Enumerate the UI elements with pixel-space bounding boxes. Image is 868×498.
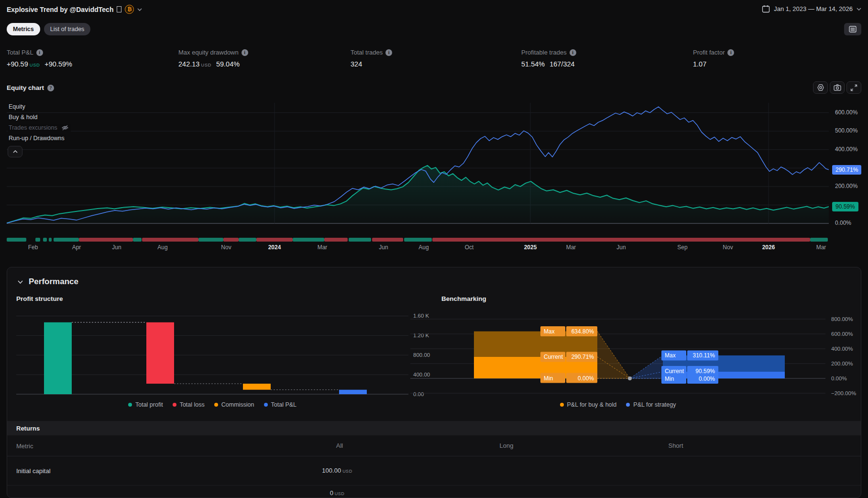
metric-value: 1.07 <box>693 60 706 68</box>
month-label: Sep <box>677 244 687 251</box>
table-row-open-pnl[interactable]: Open P&L 0USD <box>7 486 861 498</box>
trade-timeline[interactable] <box>7 238 829 242</box>
legend-trades-excursions[interactable]: Trades excursions <box>8 124 71 132</box>
strategy-title[interactable]: Explosive Trend by @DaviddTech ₿ <box>7 5 142 14</box>
chart-toolbar <box>813 81 861 94</box>
row-label: Initial capital <box>16 467 51 475</box>
equity-legend: Equity Buy & hold Trades excursions Run-… <box>8 103 71 157</box>
y-axis-tick: 800.00% <box>831 316 853 322</box>
currency-unit: USD <box>201 62 211 67</box>
legend-buy-and-hold[interactable]: Buy & hold <box>8 113 39 121</box>
metric-extra: 167/324 <box>549 60 574 68</box>
collapse-legend-button[interactable] <box>8 146 22 157</box>
metric-label: Profit factor <box>693 49 725 56</box>
benchmarking-title: Benchmarking <box>441 295 486 302</box>
win-segment[interactable] <box>404 238 432 242</box>
loss-segment[interactable] <box>79 238 133 242</box>
chevron-down-icon[interactable] <box>137 8 142 11</box>
y-axis-tick: −200.00% <box>831 390 856 396</box>
snapshot-button[interactable] <box>830 81 845 94</box>
info-icon[interactable]: i <box>242 49 248 56</box>
win-segment[interactable] <box>49 238 52 242</box>
equity-chart[interactable]: Equity Buy & hold Trades excursions Run-… <box>7 103 829 225</box>
profit-structure-legend: Total profit Total loss Commission Total… <box>16 401 408 408</box>
fullscreen-icon <box>850 84 857 91</box>
currency-unit: USD <box>342 469 352 474</box>
help-icon[interactable]: ? <box>47 85 54 91</box>
month-label: Nov <box>221 244 231 251</box>
legend-runup-drawdowns[interactable]: Run-up / Drawdowns <box>8 134 66 142</box>
win-segment[interactable] <box>35 238 40 242</box>
info-icon[interactable]: i <box>385 49 392 56</box>
legend-label: Total profit <box>135 401 163 408</box>
loss-segment[interactable] <box>142 238 198 242</box>
win-segment[interactable] <box>810 238 828 242</box>
legend-label: P&L for buy & hold <box>567 401 617 408</box>
win-segment[interactable] <box>198 238 223 242</box>
currency-unit: USD <box>335 491 345 496</box>
equity-chart-title: Equity chart ? <box>7 84 54 91</box>
row-value: 0 <box>330 489 333 497</box>
win-segment[interactable] <box>7 238 26 242</box>
badge-label: Min <box>544 375 553 382</box>
legend-label: Buy & hold <box>9 114 37 121</box>
win-segment[interactable] <box>54 238 79 242</box>
date-range-picker[interactable]: Jan 1, 2023 — Mar 14, 2026 <box>762 5 861 13</box>
legend-commission[interactable]: Commission <box>214 401 254 408</box>
loss-segment[interactable] <box>256 238 293 242</box>
legend-pnl-strategy[interactable]: P&L for strategy <box>626 401 676 408</box>
performance-card: Performance Profit structure Benchmarkin… <box>7 267 861 498</box>
waterfall-bar <box>339 390 367 394</box>
price-badge: 290.71% <box>832 165 861 175</box>
legend-total-profit[interactable]: Total profit <box>128 401 163 408</box>
legend-dot <box>214 403 218 407</box>
legend-total-loss[interactable]: Total loss <box>173 401 205 408</box>
col-short: Short <box>668 442 683 449</box>
fullscreen-button[interactable] <box>846 81 861 94</box>
tab-metrics[interactable]: Metrics <box>7 23 40 35</box>
date-range-text: Jan 1, 2023 — Mar 14, 2026 <box>774 5 853 12</box>
profit-structure-title: Profit structure <box>16 295 63 302</box>
metric-label: Profitable trades <box>521 49 567 56</box>
win-segment[interactable] <box>133 238 142 242</box>
tab-list-of-trades[interactable]: List of trades <box>44 23 91 35</box>
loss-segment[interactable] <box>324 238 348 242</box>
y-axis-tick: 0.00% <box>831 376 847 381</box>
legend-equity[interactable]: Equity <box>8 103 27 111</box>
month-label: 2026 <box>762 244 775 251</box>
win-segment[interactable] <box>239 238 256 242</box>
win-segment[interactable] <box>293 238 324 242</box>
month-label: Jun <box>112 244 121 251</box>
table-row-initial-capital[interactable]: Initial capital 100.00USD <box>7 456 861 486</box>
legend-pnl-buy-hold[interactable]: P&L for buy & hold <box>560 401 617 408</box>
badge-value: 0.00% <box>699 376 715 382</box>
y-axis-tick: 200.00% <box>835 183 857 189</box>
loss-segment[interactable] <box>372 238 403 242</box>
metric-total-trades: Total tradesi 324 <box>351 49 392 68</box>
badge-value: 310.11% <box>693 352 715 359</box>
metric-value: +90.59 <box>7 60 28 68</box>
chart-settings-button[interactable] <box>813 81 828 94</box>
layout-rows-button[interactable] <box>844 23 861 35</box>
legend-label: Run-up / Drawdowns <box>9 135 65 142</box>
loss-segment[interactable] <box>223 238 239 242</box>
legend-dot <box>560 403 564 407</box>
info-icon[interactable]: i <box>727 49 734 56</box>
win-segment[interactable] <box>349 238 371 242</box>
badge-label: Max <box>665 352 676 359</box>
col-all: All <box>336 442 343 449</box>
metric-max-drawdown: Max equity drawdowni 242.13USD59.04% <box>178 49 248 68</box>
loss-segment[interactable] <box>432 238 810 242</box>
section-title: Equity chart <box>7 84 44 91</box>
y-axis-tick: 600.00% <box>831 331 853 337</box>
win-segment[interactable] <box>43 238 47 242</box>
col-long: Long <box>500 442 514 449</box>
info-icon[interactable]: i <box>36 49 43 56</box>
bitcoin-icon: ₿ <box>125 5 134 14</box>
metric-label: Total trades <box>351 49 383 56</box>
legend-total-pnl[interactable]: Total P&L <box>264 401 297 408</box>
waterfall-bar <box>243 384 271 390</box>
info-icon[interactable]: i <box>570 49 576 56</box>
performance-section-toggle[interactable]: Performance <box>18 277 78 287</box>
strategy-tester-panel: { "header": { "title": "Explosive Trend … <box>0 0 868 498</box>
